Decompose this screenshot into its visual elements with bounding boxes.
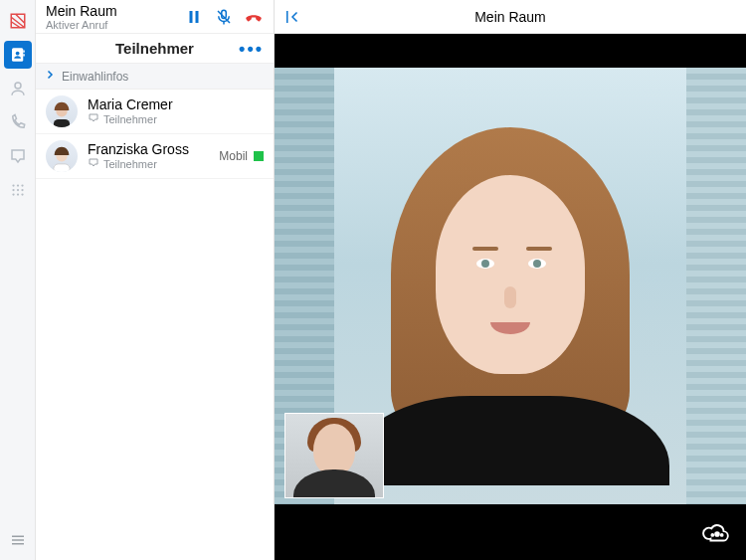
svg-point-33: [721, 534, 723, 536]
svg-point-17: [21, 193, 23, 195]
nav-menu[interactable]: [4, 526, 32, 554]
svg-point-16: [16, 193, 18, 195]
nav-calls[interactable]: [4, 108, 32, 136]
participant-device: Mobil: [219, 149, 248, 163]
cloud-view-icon[interactable]: [702, 523, 732, 546]
participant-role: Teilnehmer: [103, 158, 157, 170]
room-name: Mein Raum: [46, 3, 184, 19]
app-root: Mein Raum Aktiver Anruf Teilnehmer •••: [0, 0, 746, 560]
svg-point-9: [12, 184, 14, 186]
remote-participant-video: [381, 127, 640, 446]
more-button[interactable]: •••: [239, 39, 264, 60]
self-video-thumbnail[interactable]: [284, 413, 384, 498]
main-area: Mein Raum: [275, 0, 746, 560]
svg-rect-27: [54, 119, 70, 127]
collapse-panel-button[interactable]: [279, 3, 306, 31]
dialin-label: Einwahlinfos: [62, 70, 128, 84]
call-controls: [184, 7, 268, 27]
call-header: Mein Raum Aktiver Anruf: [36, 0, 274, 34]
pause-button[interactable]: [184, 7, 204, 27]
participant-name: Maria Cremer: [88, 96, 264, 112]
chevron-right-icon: [44, 69, 56, 84]
panel-title: Teilnehmer: [115, 40, 194, 57]
chat-bubble-icon: [88, 112, 99, 126]
svg-rect-7: [23, 54, 25, 56]
nav-contacts[interactable]: [4, 41, 32, 69]
avatar: [46, 95, 78, 127]
main-header: Mein Raum: [275, 0, 746, 34]
svg-point-31: [715, 532, 719, 536]
participant-row[interactable]: Franziska Gross Teilnehmer Mobil: [36, 134, 274, 179]
panel-title-row: Teilnehmer •••: [36, 34, 274, 64]
nav-rail: [0, 0, 36, 560]
svg-point-12: [12, 189, 14, 191]
participant-row[interactable]: Maria Cremer Teilnehmer: [36, 90, 274, 134]
dialin-info-row[interactable]: Einwahlinfos: [36, 64, 274, 90]
nav-chat[interactable]: [4, 142, 32, 170]
participant-role: Teilnehmer: [103, 113, 157, 125]
video-area: [275, 34, 746, 560]
avatar: [46, 140, 78, 172]
participant-name: Franziska Gross: [88, 141, 209, 157]
svg-rect-29: [54, 164, 70, 172]
mute-mic-button[interactable]: [214, 7, 234, 27]
call-status: Aktiver Anruf: [46, 19, 184, 31]
svg-point-10: [16, 184, 18, 186]
svg-point-13: [16, 189, 18, 191]
hangup-button[interactable]: [244, 7, 264, 27]
participants-panel: Mein Raum Aktiver Anruf Teilnehmer •••: [36, 0, 275, 560]
svg-point-11: [21, 184, 23, 186]
logo-icon[interactable]: [4, 7, 32, 35]
nav-profile[interactable]: [4, 75, 32, 102]
svg-point-5: [15, 52, 19, 56]
svg-point-8: [15, 83, 21, 89]
chat-bubble-icon: [88, 157, 99, 171]
online-status-icon: [254, 151, 264, 161]
svg-point-14: [21, 189, 23, 191]
main-title: Mein Raum: [275, 9, 746, 25]
nav-dialpad[interactable]: [4, 176, 32, 204]
svg-rect-22: [196, 11, 199, 23]
svg-point-15: [12, 193, 14, 195]
svg-point-32: [711, 534, 713, 536]
svg-rect-6: [23, 51, 25, 53]
svg-rect-21: [190, 11, 193, 23]
